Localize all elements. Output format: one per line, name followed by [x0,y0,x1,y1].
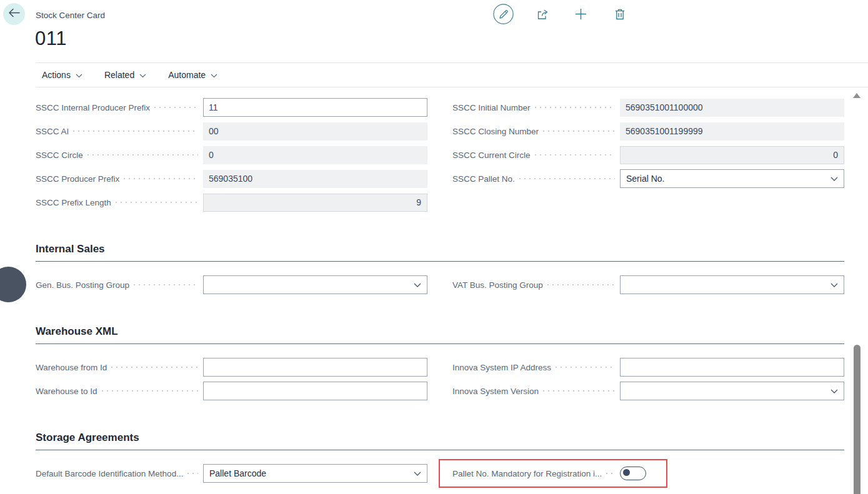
field-row-innova-system-version: Innova System Version [452,379,844,403]
field-label-innova-system-version: Innova System Version [452,387,539,396]
field-row-vat-bus-posting-group: VAT Bus. Posting Group [452,273,844,297]
field-row-sscc-closing-number: SSCC Closing Number5690351001199999 [452,119,844,143]
dotted-leader [116,202,198,203]
field-label-gen-bus-posting-group: Gen. Bus. Posting Group [36,280,129,290]
select-innova-system-version[interactable] [620,382,844,400]
field-label-wrap: SSCC Producer Prefix [36,174,203,184]
dotted-leader [87,154,198,156]
fields-column-left: Default Barcode Identification Method...… [36,462,427,485]
field-row-sscc-producer-prefix: SSCC Producer Prefix569035100 [36,167,427,190]
page-title: 011 [35,27,67,50]
toggle-knob [623,469,630,476]
readonly-field-sscc-producer-prefix: 569035100 [203,170,427,188]
back-button[interactable] [3,3,25,25]
select-vat-bus-posting-group[interactable] [620,275,844,294]
menu-actions[interactable]: Actions [42,70,82,80]
scrollbar-thumb[interactable] [854,345,861,494]
field-row-sscc-ai: SSCC AI00 [36,119,427,143]
dotted-leader [134,284,198,285]
section-heading-warehouse-xml: Warehouse XML [36,325,844,344]
chevron-down-icon [139,70,146,80]
field-label-wrap: SSCC AI [36,127,203,136]
fields-column-left: SSCC Internal Producer PrefixSSCC AI00SS… [36,96,427,214]
edit-button[interactable] [493,5,514,26]
card-content: SSCC Internal Producer PrefixSSCC AI00SS… [36,87,844,485]
section-columns: Warehouse from IdWarehouse to IdInnova S… [36,355,844,403]
toggle-pallet-no-mandatory-for-registration-i[interactable] [620,467,646,480]
scrollbar-up-arrow-icon[interactable] [853,93,861,98]
field-row-sscc-prefix-length: SSCC Prefix Length9 [36,190,427,214]
field-label-warehouse-from-id: Warehouse from Id [36,363,107,372]
field-label-wrap: Pallet No. Mandatory for Registration i.… [452,469,620,478]
fields-column-right: Pallet No. Mandatory for Registration i.… [452,462,844,485]
input-warehouse-from-id[interactable] [203,358,427,377]
field-label-wrap: SSCC Initial Number [452,103,620,112]
field-row-warehouse-from-id: Warehouse from Id [36,355,427,379]
section-columns: Default Barcode Identification Method...… [36,462,844,485]
input-warehouse-to-id[interactable] [203,382,427,400]
dotted-leader [606,473,615,474]
field-label-sscc-producer-prefix: SSCC Producer Prefix [36,174,119,184]
select-gen-bus-posting-group[interactable] [203,275,427,294]
back-arrow-icon [8,8,20,20]
dotted-leader [102,390,198,392]
dotted-leader [73,131,198,132]
field-label-warehouse-to-id: Warehouse to Id [36,387,97,396]
record-toolbar [493,5,630,26]
share-button[interactable] [532,5,552,26]
select-sscc-pallet-no[interactable]: Serial No. [620,169,844,188]
dotted-leader [154,107,198,108]
share-icon [536,8,549,23]
input-innova-system-ip-address[interactable] [620,358,844,377]
field-label-pallet-no-mandatory-for-registration-i: Pallet No. Mandatory for Registration i.… [452,469,602,478]
field-label-wrap: Innova System Version [452,387,620,396]
field-label-innova-system-ip-address: Innova System IP Address [452,363,551,372]
chevron-down-icon [414,468,421,478]
field-row-pallet-no-mandatory-for-registration-i: Pallet No. Mandatory for Registration i.… [452,462,844,485]
field-label-vat-bus-posting-group: VAT Bus. Posting Group [452,280,543,290]
new-button[interactable] [571,5,591,26]
field-label-wrap: VAT Bus. Posting Group [452,280,620,290]
section-heading-internal-sales: Internal Sales [36,243,844,262]
dotted-leader [124,178,198,179]
input-sscc-internal-producer-prefix[interactable] [203,98,427,117]
field-row-innova-system-ip-address: Innova System IP Address [452,355,844,379]
select-value: Serial No. [626,174,831,184]
fields-column-left: Warehouse from IdWarehouse to Id [36,355,427,403]
select-default-barcode-identification-method[interactable]: Pallet Barcode [203,464,427,483]
field-label-wrap: Gen. Bus. Posting Group [36,280,203,290]
chevron-down-icon [831,174,838,184]
readonly-field-sscc-prefix-length: 9 [203,194,427,212]
readonly-field-sscc-closing-number: 5690351001199999 [620,122,844,141]
add-plus-icon [575,8,587,22]
dotted-leader [535,107,615,108]
readonly-field-sscc-ai: 00 [203,122,427,141]
side-panel-handle[interactable] [0,267,26,302]
field-label-wrap: SSCC Internal Producer Prefix [36,103,203,112]
field-label-wrap: Default Barcode Identification Method... [36,469,203,478]
field-row-default-barcode-identification-method: Default Barcode Identification Method...… [36,462,427,485]
dotted-leader [519,178,615,179]
menu-automate[interactable]: Automate [168,70,217,80]
section-heading-storage-agreements: Storage Agreements [36,432,844,450]
page-header: Stock Center Card 011 [0,0,868,62]
field-row-sscc-pallet-no: SSCC Pallet No.Serial No. [452,167,844,190]
fields-column-right: VAT Bus. Posting Group [452,273,844,297]
field-label-sscc-closing-number: SSCC Closing Number [452,127,539,136]
field-row-warehouse-to-id: Warehouse to Id [36,379,427,403]
fields-column-left: Gen. Bus. Posting Group [36,273,427,297]
menu-related[interactable]: Related [104,70,146,80]
field-label-wrap: Innova System IP Address [452,363,620,372]
dotted-leader [543,131,615,132]
delete-button[interactable] [609,5,630,26]
section-columns: SSCC Internal Producer PrefixSSCC AI00SS… [36,96,844,214]
menu-automate-label: Automate [168,70,206,80]
page-caption: Stock Center Card [36,11,105,20]
readonly-field-sscc-current-circle: 0 [620,146,844,164]
select-value: Pallet Barcode [209,468,414,478]
field-label-wrap: SSCC Current Circle [452,151,620,160]
dotted-leader [543,390,615,392]
field-label-wrap: SSCC Prefix Length [36,198,203,207]
field-label-default-barcode-identification-method: Default Barcode Identification Method... [36,469,183,478]
chevron-down-icon [831,280,838,290]
